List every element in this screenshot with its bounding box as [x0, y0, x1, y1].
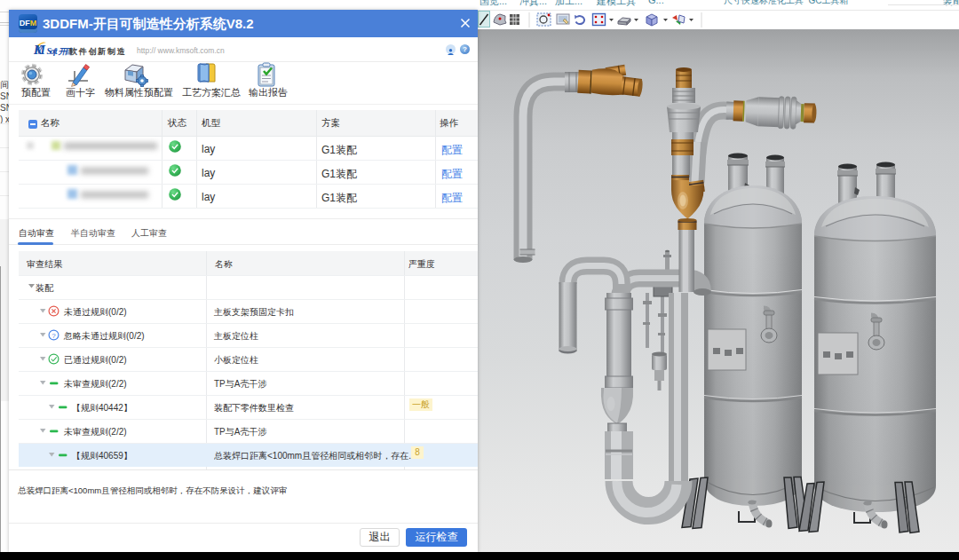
svg-text:?: ? [52, 332, 56, 340]
svg-text:Soft: Soft [47, 46, 59, 56]
svg-text:KM: KM [33, 43, 46, 57]
